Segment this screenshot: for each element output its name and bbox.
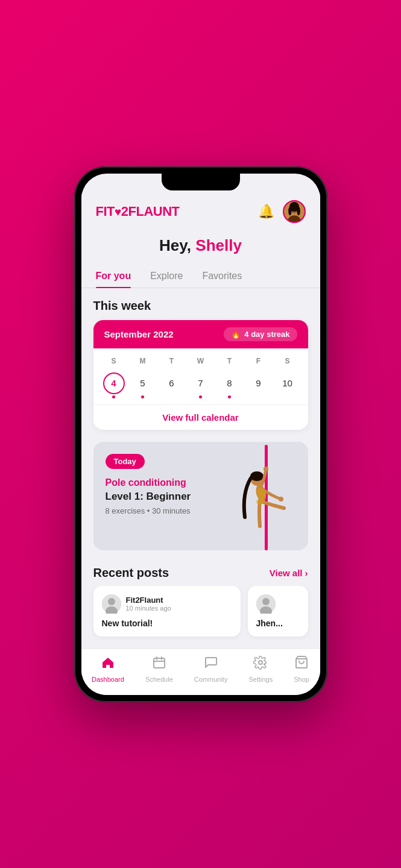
- day-num-5: 5: [132, 373, 154, 394]
- day-header-s2: S: [273, 357, 302, 365]
- day-5[interactable]: 5: [128, 370, 157, 401]
- nav-shop[interactable]: Shop: [294, 655, 309, 683]
- post-author-info-1: Fit2Flaunt 10 minutes ago: [126, 596, 171, 612]
- day-header-f: F: [244, 357, 273, 365]
- day-dot-4: [112, 395, 115, 398]
- tab-favorites[interactable]: Favorites: [202, 265, 242, 288]
- home-icon: [101, 655, 115, 673]
- day-num-6: 6: [161, 373, 183, 394]
- posts-row: Fit2Flaunt 10 minutes ago New tutorial!: [81, 586, 320, 649]
- bottom-nav: Dashboard Schedule: [81, 649, 320, 695]
- nav-dashboard[interactable]: Dashboard: [92, 655, 124, 683]
- svg-point-4: [288, 206, 291, 215]
- streak-label: 4 day streak: [244, 330, 289, 339]
- day-header-w: W: [186, 357, 215, 365]
- tab-bar: For you Explore Favorites: [81, 265, 320, 288]
- chevron-right-icon: ›: [305, 568, 308, 578]
- nav-shop-label: Shop: [294, 676, 309, 683]
- day-num-10: 10: [277, 373, 298, 394]
- post-text-1: New tutorial!: [102, 618, 232, 628]
- nav-settings[interactable]: Settings: [248, 655, 273, 683]
- calendar-month: September 2022: [104, 329, 174, 339]
- svg-point-9: [250, 471, 264, 481]
- tab-for-you[interactable]: For you: [96, 265, 131, 288]
- chat-icon: [204, 655, 218, 673]
- bell-icon[interactable]: 🔔: [258, 204, 274, 219]
- day-header-t2: T: [215, 357, 244, 365]
- post-author-2: [256, 594, 300, 614]
- svg-rect-20: [154, 658, 165, 668]
- day-num-8: 8: [219, 373, 241, 394]
- nav-schedule[interactable]: Schedule: [145, 655, 173, 683]
- view-full-calendar-link[interactable]: View full calendar: [93, 404, 308, 430]
- avatar[interactable]: [283, 200, 306, 223]
- post-card-2[interactable]: Jhen...: [248, 586, 308, 637]
- post-author-1: Fit2Flaunt 10 minutes ago: [102, 594, 232, 614]
- day-num-today: 4: [103, 373, 125, 394]
- greeting-name: Shelly: [195, 236, 242, 254]
- day-10[interactable]: 10: [273, 370, 302, 401]
- nav-community[interactable]: Community: [194, 655, 228, 683]
- workout-card[interactable]: Today Pole conditioning Level 1: Beginne…: [93, 442, 308, 550]
- day-num-7: 7: [190, 373, 212, 394]
- day-header-s1: S: [99, 357, 128, 365]
- day-4[interactable]: 4: [99, 370, 128, 401]
- notch: [162, 174, 240, 190]
- settings-icon: [253, 655, 268, 673]
- view-all-button[interactable]: View all ›: [270, 568, 308, 578]
- calendar-days: S M T W T F S 4: [93, 348, 308, 404]
- svg-point-5: [297, 206, 300, 215]
- workout-figure: [230, 445, 302, 550]
- nav-community-label: Community: [194, 676, 228, 683]
- nav-settings-label: Settings: [248, 676, 273, 683]
- nav-schedule-label: Schedule: [145, 676, 173, 683]
- shop-icon: [294, 655, 309, 673]
- post-author-name-1: Fit2Flaunt: [126, 596, 171, 605]
- day-9[interactable]: 9: [244, 370, 273, 401]
- day-header-t1: T: [157, 357, 186, 365]
- this-week-title: This week: [93, 299, 308, 313]
- day-dot-7: [199, 395, 202, 398]
- post-text-2: Jhen...: [256, 618, 300, 628]
- this-week-section: This week September 2022 🔥 4 day streak …: [81, 288, 320, 436]
- svg-point-21: [259, 661, 262, 664]
- post-avatar-2: [256, 594, 276, 614]
- day-header-m: M: [128, 357, 157, 365]
- calendar-icon: [152, 655, 166, 673]
- header-actions: 🔔: [258, 200, 306, 223]
- greeting: Hey, Shelly: [81, 230, 320, 265]
- post-card-1[interactable]: Fit2Flaunt 10 minutes ago New tutorial!: [93, 586, 241, 637]
- recent-posts-title: Recent posts: [93, 566, 169, 580]
- svg-point-12: [264, 467, 268, 471]
- fire-icon: 🔥: [231, 330, 241, 339]
- tab-explore[interactable]: Explore: [150, 265, 183, 288]
- svg-point-13: [279, 497, 283, 502]
- day-headers: S M T W T F S: [99, 357, 302, 365]
- day-dot-5: [141, 395, 144, 398]
- day-num-9: 9: [248, 373, 270, 394]
- post-time-1: 10 minutes ago: [126, 605, 171, 612]
- header: FIT♥2FLAUNT 🔔: [81, 190, 320, 230]
- calendar-header: September 2022 🔥 4 day streak: [93, 320, 308, 348]
- app-logo: FIT♥2FLAUNT: [96, 204, 180, 219]
- greeting-prefix: Hey,: [159, 236, 195, 254]
- day-dot-8: [228, 395, 231, 398]
- svg-point-15: [108, 598, 115, 605]
- post-avatar-1: [102, 594, 121, 614]
- svg-point-18: [262, 598, 270, 605]
- streak-badge: 🔥 4 day streak: [224, 327, 297, 341]
- day-row: 4 5 6 7: [99, 370, 302, 401]
- day-6[interactable]: 6: [157, 370, 186, 401]
- recent-posts-header: Recent posts View all ›: [81, 556, 320, 586]
- calendar-card: September 2022 🔥 4 day streak S M T W T: [93, 320, 308, 430]
- day-7[interactable]: 7: [186, 370, 215, 401]
- nav-dashboard-label: Dashboard: [92, 676, 124, 683]
- day-8[interactable]: 8: [215, 370, 244, 401]
- today-badge: Today: [106, 454, 145, 469]
